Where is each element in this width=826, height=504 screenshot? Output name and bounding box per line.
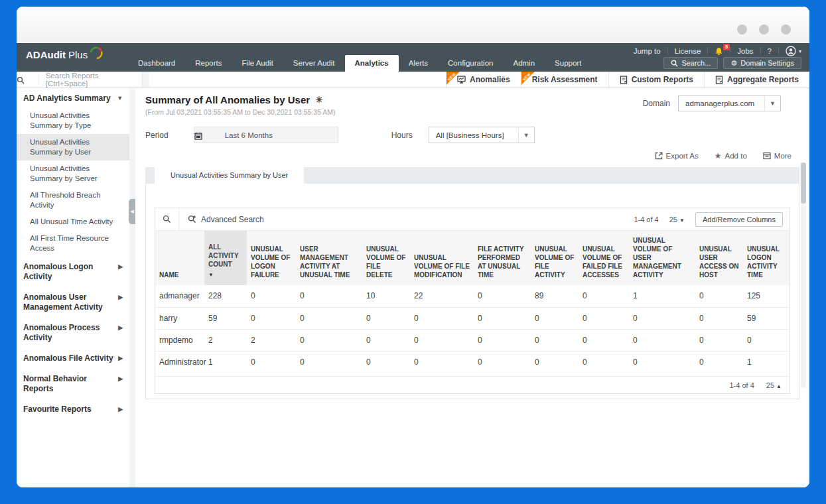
pagination-range-bottom: 1-4 of 4 xyxy=(729,381,754,389)
chevron-down-icon: ▼ xyxy=(764,96,780,111)
advanced-search-button[interactable]: Advanced Search xyxy=(188,215,264,224)
sidebar-section-anomalous-logon-activity[interactable]: Anomalous Logon Activity▶ xyxy=(17,257,129,287)
report-icon xyxy=(715,76,723,84)
license-link[interactable]: License xyxy=(675,47,701,55)
sidebar-group-ad-analytics-summary[interactable]: AD Analytics Summary ▼ xyxy=(17,88,129,107)
sidebar-item-all-unusual-time-activity[interactable]: All Unusual Time Activity xyxy=(17,214,129,230)
column-header-unusual-volume-of-failed-file-accesses[interactable]: UNUSUAL VOLUME OF FAILED FILE ACCESSES xyxy=(579,231,629,285)
nav-tab-admin[interactable]: Admin xyxy=(503,55,545,72)
sidebar-item-all-first-time-resource-access[interactable]: All First Time Resource Access xyxy=(17,230,129,257)
aggregate-reports-button[interactable]: Aggregate Reports xyxy=(704,72,809,88)
main-scrollbar-track[interactable] xyxy=(801,162,806,388)
export-as-label: Export As xyxy=(666,152,699,160)
cell-name[interactable]: admanager xyxy=(155,285,204,307)
schedule-report-icon[interactable]: ☀ xyxy=(315,95,323,105)
column-header-unusual-volume-of-logon-failure[interactable]: UNUSUAL VOLUME OF LOGON FAILURE xyxy=(247,231,296,285)
sidebar-section-anomalous-user-management-activity[interactable]: Anomalous User Management Activity▶ xyxy=(17,287,129,318)
nav-tab-configuration[interactable]: Configuration xyxy=(438,55,503,72)
bell-icon xyxy=(715,47,723,56)
user-menu[interactable]: ▾ xyxy=(786,46,801,56)
column-header-all-activity-count[interactable]: ALL ACTIVITY COUNT▼ xyxy=(204,231,247,285)
jobs-link[interactable]: Jobs xyxy=(737,47,753,55)
domain-settings-button[interactable]: ⚙ Domain Settings xyxy=(723,57,801,69)
report-actions: Export As ★ Add to More xyxy=(145,151,799,160)
sidebar-item-all-threshold-breach-activity[interactable]: All Threshold Breach Activity xyxy=(17,187,129,214)
nav-tab-server-audit[interactable]: Server Audit xyxy=(283,55,345,72)
sidebar-section-favourite-reports[interactable]: Favourite Reports▶ xyxy=(17,399,129,420)
cell-value: 0 xyxy=(629,329,695,351)
cell-value: 0 xyxy=(247,285,296,307)
nav-tab-reports[interactable]: Reports xyxy=(185,55,232,72)
sidebar: AD Analytics Summary ▼ Unusual Activitie… xyxy=(17,88,129,487)
domain-settings-label: Domain Settings xyxy=(740,59,794,67)
column-header-unusual-volume-of-file-delete[interactable]: UNUSUAL VOLUME OF FILE DELETE xyxy=(362,231,410,285)
window-control-dot[interactable] xyxy=(759,25,769,34)
hours-select[interactable]: All [Business Hours] ▼ xyxy=(429,127,535,143)
brand-swoosh-icon xyxy=(89,46,103,59)
column-header-unusual-logon-activity-time[interactable]: UNUSUAL LOGON ACTIVITY TIME xyxy=(743,231,790,285)
main-scrollbar-thumb[interactable] xyxy=(801,162,806,204)
domain-label: Domain xyxy=(643,99,670,108)
search-icon xyxy=(163,215,171,223)
search-icon xyxy=(671,60,678,67)
cell-name[interactable]: Administrator xyxy=(155,351,204,373)
pagination-range: 1-4 of 4 xyxy=(634,216,658,223)
sidebar-item-unusual-activities-summary-by-type[interactable]: Unusual Activities Summary by Type xyxy=(17,107,129,134)
jump-to-link[interactable]: Jump to xyxy=(634,47,661,55)
sidebar-item-unusual-activities-summary-by-user[interactable]: Unusual Activities Summary by User xyxy=(17,134,129,160)
cell-value: 1 xyxy=(629,285,695,307)
column-header-unusual-user-access-on-host[interactable]: UNUSUAL USER ACCESS ON HOST xyxy=(695,231,743,285)
cell-value: 0 xyxy=(410,351,474,373)
tab-unusual-activities-summary-by-user[interactable]: Unusual Activities Summary by User xyxy=(155,167,304,184)
window-control-dot[interactable] xyxy=(781,25,791,34)
cell-value: 0 xyxy=(296,285,362,307)
period-picker[interactable]: Last 6 Months xyxy=(194,127,338,143)
nav-tab-dashboard[interactable]: Dashboard xyxy=(128,55,185,72)
main-nav: DashboardReportsFile AuditServer AuditAn… xyxy=(128,55,591,72)
help-button[interactable]: ? xyxy=(768,47,772,55)
column-header-user-management-activity-at-unusual-time[interactable]: USER MANAGEMENT ACTIVITY AT UNUSUAL TIME xyxy=(296,231,362,285)
cell-name[interactable]: harry xyxy=(155,307,204,329)
notifications-button[interactable]: 3 xyxy=(715,47,723,56)
cell-value: 59 xyxy=(204,307,247,329)
sidebar-section-normal-behavior-reports[interactable]: Normal Behavior Reports▶ xyxy=(17,369,129,399)
sidebar-section-anomalous-process-activity[interactable]: Anomalous Process Activity▶ xyxy=(17,318,129,348)
export-as-button[interactable]: Export As xyxy=(655,151,699,160)
cell-name[interactable]: rmpdemo xyxy=(155,329,204,351)
add-remove-columns-button[interactable]: Add/Remove Columns xyxy=(695,212,783,227)
nav-tab-file-audit[interactable]: File Audit xyxy=(232,55,283,72)
add-to-button[interactable]: ★ Add to xyxy=(715,151,747,160)
divider xyxy=(760,47,761,55)
chevron-down-icon: ▼ xyxy=(679,218,685,223)
app-logo[interactable]: ADAudit Plus xyxy=(26,49,103,60)
column-header-unusual-volume-of-file-activity[interactable]: UNUSUAL VOLUME OF FILE ACTIVITY xyxy=(531,231,579,285)
sidebar-section-label: Normal Behavior Reports xyxy=(23,374,118,394)
nav-tab-analytics[interactable]: Analytics xyxy=(345,55,399,72)
page-size-select-bottom[interactable]: 25 ▲ xyxy=(766,381,782,389)
column-header-name[interactable]: NAME xyxy=(155,231,204,285)
window-control-dot[interactable] xyxy=(737,25,747,34)
domain-filter: Domain admanagerplus.com ▼ xyxy=(643,95,781,111)
column-header-unusual-volume-of-file-modification[interactable]: UNUSUAL VOLUME OF FILE MODIFICATION xyxy=(410,231,474,285)
sidebar-collapse-handle[interactable]: ◀ xyxy=(129,199,135,224)
cell-value: 0 xyxy=(362,329,410,351)
custom-reports-button[interactable]: Custom Reports xyxy=(608,72,704,88)
anomalies-button[interactable]: NEWAnomalies xyxy=(446,72,521,88)
global-search-button[interactable]: Search... xyxy=(663,57,718,69)
domain-select[interactable]: admanagerplus.com ▼ xyxy=(678,95,781,111)
sidebar-search[interactable]: Search Reports [Ctrl+Space] xyxy=(17,72,143,88)
column-header-file-activity-performed-at-unusual-time[interactable]: FILE ACTIVITY PERFORMED AT UNUSUAL TIME xyxy=(474,231,531,285)
sort-desc-icon: ▼ xyxy=(208,271,243,279)
sidebar-section-anomalous-file-activity[interactable]: Anomalous File Activity▶ xyxy=(17,348,129,369)
page-size-select[interactable]: 25 ▼ xyxy=(669,216,685,223)
sidebar-section-label: Anomalous Process Activity xyxy=(23,323,118,343)
more-button[interactable]: More xyxy=(763,151,792,160)
table-search-button[interactable] xyxy=(155,208,179,230)
main-content: Summary of All Anomalies by User ☀ (From… xyxy=(135,88,809,487)
sidebar-item-unusual-activities-summary-by-server[interactable]: Unusual Activities Summary by Server xyxy=(17,160,129,187)
nav-tab-support[interactable]: Support xyxy=(545,55,591,72)
risk-assessment-button[interactable]: NEWRisk Assessment xyxy=(521,72,608,88)
chevron-right-icon: ▶ xyxy=(118,353,123,363)
column-header-unusual-volume-of-user-management-activity[interactable]: UNUSUAL VOLUME OF USER MANAGEMENT ACTIVI… xyxy=(629,231,695,285)
nav-tab-alerts[interactable]: Alerts xyxy=(399,55,438,72)
